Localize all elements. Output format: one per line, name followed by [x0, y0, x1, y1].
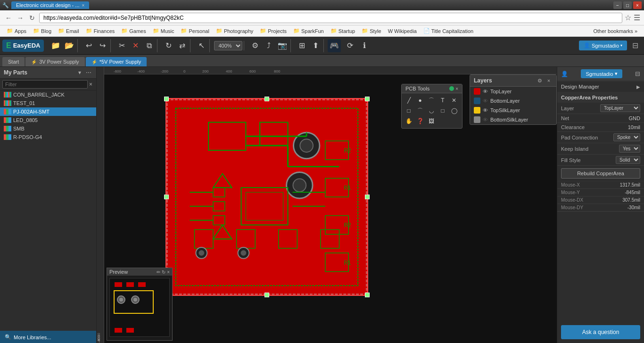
draw-line-tool[interactable]: ╱: [404, 96, 413, 105]
rect-tool[interactable]: □: [404, 106, 413, 115]
rebuild-copper-area-button[interactable]: Rebuild CopperArea: [561, 168, 640, 179]
browser-tab[interactable]: Electronic circuit design - ... ×: [11, 1, 89, 9]
settings-icon[interactable]: ☰: [634, 13, 640, 22]
prop-fill-style-select[interactable]: Solid None: [616, 156, 640, 164]
preview-refresh-button[interactable]: ↻: [162, 270, 165, 275]
hand-tool[interactable]: ✋: [404, 116, 413, 126]
bookmark-photography[interactable]: 📁 Photography: [213, 27, 256, 35]
part-item-test01[interactable]: TEST_01: [0, 99, 96, 107]
prop-pad-connection-select[interactable]: Spoke Direct None: [613, 133, 640, 141]
layer-visibility-icon[interactable]: 👁: [483, 89, 488, 94]
tab-close-icon[interactable]: ×: [82, 3, 85, 8]
text-tool[interactable]: T: [438, 96, 447, 105]
prop-keep-island-select[interactable]: Yes No: [619, 145, 640, 153]
bookmark-finances[interactable]: 📁 Finances: [83, 27, 118, 35]
part-item-smb[interactable]: SMB: [0, 124, 96, 133]
pcb-canvas[interactable]: R2 R1 R2 R1: [104, 74, 557, 343]
part-item-con-barrel-jack[interactable]: CON_BARREL_JACK: [0, 90, 96, 99]
back-button[interactable]: ←: [4, 13, 13, 23]
bookmark-startup[interactable]: 📁 Startup: [328, 27, 358, 35]
image-tool[interactable]: 🖼: [427, 116, 436, 126]
layers-close-button[interactable]: ×: [545, 77, 553, 84]
zoom-select[interactable]: 400% 200% 100% 50%: [214, 41, 242, 50]
undo-button[interactable]: ↩: [82, 39, 95, 52]
tab-5v-power[interactable]: ⚡ *5V Power Supply: [86, 57, 147, 66]
arc2-tool[interactable]: ⌒: [415, 106, 425, 115]
bookmark-blog[interactable]: 📁 Blog: [30, 27, 54, 35]
url-bar[interactable]: [39, 13, 622, 23]
pcb-tools-close-button[interactable]: ×: [455, 86, 458, 91]
info-button[interactable]: ℹ: [358, 39, 371, 52]
maximize-button[interactable]: □: [623, 1, 632, 9]
easyeda-logo[interactable]: E EasyEDA: [2, 40, 44, 52]
part-item-r-pdso-g4[interactable]: R-PDSO-G4: [0, 133, 96, 141]
refresh2-button[interactable]: ⟳: [343, 39, 356, 52]
ask-question-button[interactable]: Ask a question: [561, 325, 640, 339]
preview-close-button[interactable]: ×: [167, 270, 170, 275]
bookmark-sparkfun[interactable]: 📁 SparkFun: [290, 27, 327, 35]
bookmark-wikipedia[interactable]: W Wikipedia: [385, 27, 420, 35]
bookmark-games[interactable]: 📁 Games: [118, 27, 149, 35]
layer-visibility-icon[interactable]: 👁: [483, 98, 488, 104]
draw-circle-tool[interactable]: ●: [415, 96, 425, 105]
filter-input[interactable]: [2, 80, 88, 89]
layer-top[interactable]: 👁 TopLayer: [470, 87, 556, 96]
draw-arc-tool[interactable]: ⌒: [427, 96, 436, 105]
bookmark-apps[interactable]: 📁 Apps: [4, 27, 29, 35]
steam-button[interactable]: 🎮: [328, 39, 341, 52]
settings-button[interactable]: ⚙: [248, 39, 262, 52]
layer-bottom-silk[interactable]: 👁 BottomSilkLayer: [470, 115, 556, 124]
bookmark-star-icon[interactable]: ☆: [625, 13, 631, 22]
filter-clear-button[interactable]: ×: [88, 81, 94, 88]
upload-button[interactable]: ⬆: [309, 39, 322, 52]
delete-button[interactable]: ✕: [129, 39, 142, 52]
panel-collapse-button[interactable]: ⊟: [635, 70, 640, 77]
flip-button[interactable]: ⇄: [175, 39, 189, 52]
refresh-button[interactable]: ↻: [27, 13, 37, 23]
cut-button[interactable]: ✂: [115, 39, 128, 52]
cross-tool[interactable]: ✕: [449, 96, 459, 105]
minimize-button[interactable]: −: [613, 1, 622, 9]
user-dropdown-button[interactable]: Sgmustadio ▾: [581, 69, 622, 78]
layers-settings-button[interactable]: ⚙: [536, 77, 544, 84]
close-window-button[interactable]: ×: [633, 1, 642, 9]
copy-button[interactable]: ⧉: [142, 39, 156, 52]
rotate-button[interactable]: ↻: [162, 39, 175, 52]
layer-top-silk[interactable]: 👁 TopSilkLayer: [470, 106, 556, 115]
design-manager-row[interactable]: Design Manager ▶: [557, 82, 644, 92]
bookmark-style[interactable]: 📁 Style: [359, 27, 384, 35]
user-menu-button[interactable]: 👤 Sgmustadio ▾: [579, 41, 627, 50]
share-button[interactable]: ⤴: [262, 39, 275, 52]
tab-start[interactable]: Start: [2, 57, 25, 66]
rect2-tool[interactable]: □: [438, 106, 447, 115]
new-file-button[interactable]: 📁: [49, 39, 62, 52]
prop-layer-select[interactable]: TopLayer BottomLayer: [600, 104, 640, 112]
bookmark-music[interactable]: 📁 Music: [150, 27, 177, 35]
tab-3v-power[interactable]: ⚡ 3V Power Supply: [25, 57, 84, 66]
forward-button[interactable]: →: [16, 13, 25, 23]
layer-bottom[interactable]: 👁 BottomLayer: [470, 96, 556, 106]
minimize-icon[interactable]: [449, 86, 454, 91]
bookmark-title-cap[interactable]: 📄 Title Capitalization: [421, 27, 476, 35]
pcb-board[interactable]: R2 R1 R2 R1: [165, 98, 368, 296]
panel-expand-button[interactable]: ▾: [76, 69, 83, 76]
bookmark-email[interactable]: 📁 Email: [55, 27, 82, 35]
bookmark-projects[interactable]: 📁 Projects: [257, 27, 289, 35]
layer-visibility-icon[interactable]: 👁: [483, 117, 488, 122]
canvas-area[interactable]: -600 -400 -200 0 200 400 600 800 -1000 -…: [97, 67, 557, 343]
export-button[interactable]: 📷: [276, 39, 289, 52]
panel-toggle-button[interactable]: ⊟: [628, 39, 642, 52]
redo-button[interactable]: ↪: [96, 39, 109, 52]
table-button[interactable]: ⊞: [295, 39, 308, 52]
more-libraries-button[interactable]: 🔍 More Libraries...: [0, 331, 96, 343]
preview-pencil-button[interactable]: ✏: [157, 270, 160, 275]
part-item-led0805[interactable]: LED_0805: [0, 116, 96, 124]
bookmark-personal[interactable]: 📁 Personal: [178, 27, 212, 35]
part-item-pj002ah-smt[interactable]: PJ-002AH-SMT: [0, 107, 96, 116]
ellipse-tool[interactable]: ◯: [449, 106, 459, 115]
layer-visibility-icon[interactable]: 👁: [483, 107, 488, 113]
help-tool[interactable]: ❓: [415, 116, 425, 126]
panel-menu-button[interactable]: ⋯: [85, 69, 92, 76]
open-button[interactable]: 📂: [63, 39, 76, 52]
other-bookmarks[interactable]: Other bookmarks »: [591, 27, 641, 35]
